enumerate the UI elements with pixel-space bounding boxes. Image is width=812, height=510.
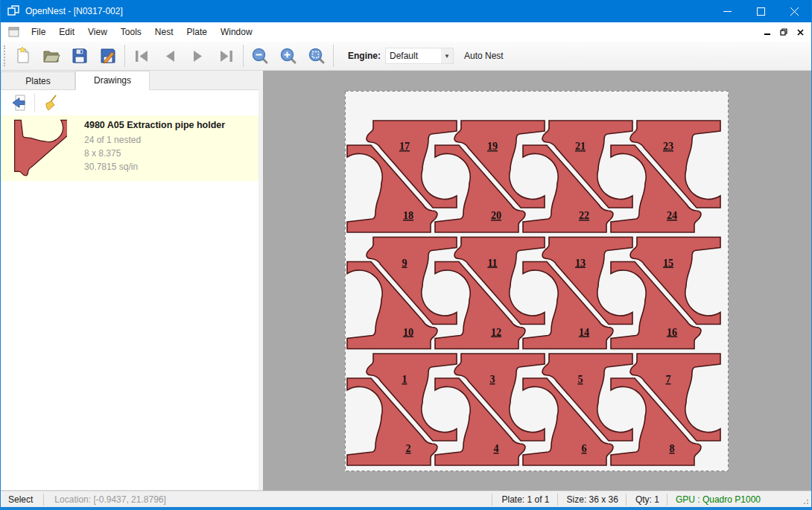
nav-prev-icon: [161, 47, 179, 65]
part-number-label: 6: [582, 443, 587, 454]
engine-label: Engine:: [348, 51, 381, 61]
nest-canvas[interactable]: 171819202122232491011121314151612345678: [263, 71, 811, 491]
part-number-label: 10: [403, 327, 413, 338]
save-icon: [71, 47, 89, 65]
engine-combobox-value: Default: [386, 51, 441, 61]
clear-button[interactable]: [38, 92, 63, 114]
nest-view: 171819202122232491011121314151612345678: [263, 71, 812, 491]
toolbar-separator: [124, 45, 125, 67]
nav-first-button[interactable]: [127, 44, 156, 68]
part-number-label: 5: [578, 374, 583, 385]
broom-icon: [42, 94, 60, 112]
status-location: Location: [-0.9437, 21.8796]: [44, 494, 176, 505]
part-number-label: 21: [575, 141, 586, 152]
part-number-label: 3: [490, 374, 495, 385]
part-number-label: 4: [494, 443, 499, 454]
minimize-icon: [723, 7, 732, 16]
save-edit-button[interactable]: [94, 44, 122, 68]
sidebar-tabs: Plates Drawings: [1, 71, 263, 90]
status-plate: Plate: 1 of 1: [492, 494, 556, 505]
part-number-label: 17: [399, 141, 410, 152]
main-toolbar: Engine: Default ▼ Auto Nest: [1, 42, 811, 71]
menu-view[interactable]: View: [81, 23, 114, 41]
return-arrow-icon: [10, 94, 28, 112]
nav-last-icon: [218, 47, 235, 65]
zoom-in-icon: [279, 47, 297, 65]
menu-window[interactable]: Window: [214, 23, 259, 41]
part-number-label: 14: [579, 327, 589, 338]
part-number-label: 15: [663, 258, 673, 269]
nav-prev-button[interactable]: [156, 44, 184, 68]
status-gpu: GPU : Quadro P1000: [667, 494, 799, 505]
drawing-size: 8 x 8.375: [84, 147, 225, 160]
mdi-close-button[interactable]: [795, 27, 805, 37]
mdi-restore-icon: [780, 28, 787, 36]
toolbar-separator: [243, 45, 244, 67]
window-bottom-border: [1, 507, 811, 510]
auto-nest-button[interactable]: Auto Nest: [464, 51, 504, 61]
engine-combobox[interactable]: Default ▼: [385, 48, 454, 64]
menu-plate[interactable]: Plate: [180, 23, 214, 41]
part-number-label: 2: [406, 443, 411, 454]
close-button[interactable]: [778, 0, 811, 22]
mdi-document-icon: [8, 26, 20, 38]
part-number-label: 20: [491, 210, 501, 221]
status-mode: Select: [1, 494, 43, 505]
menu-tools[interactable]: Tools: [114, 23, 148, 41]
drawings-toolbar: [1, 90, 263, 115]
drawing-list-item[interactable]: 4980 A05 Extraction pipe holder 24 of 1 …: [1, 115, 263, 181]
toolbar-separator: [333, 45, 334, 67]
menu-edit[interactable]: Edit: [52, 23, 81, 41]
open-file-icon: [42, 47, 60, 65]
status-bar: Select Location: [-0.9437, 21.8796] Plat…: [1, 491, 811, 507]
menu-bar: File Edit View Tools Nest Plate Window: [1, 22, 811, 42]
drawing-thumbnail: [1, 115, 75, 181]
part-number-label: 12: [491, 327, 501, 338]
new-file-icon: [14, 47, 32, 65]
mdi-minimize-button[interactable]: [762, 27, 773, 37]
engine-combobox-arrow[interactable]: ▼: [441, 48, 453, 63]
app-icon: [7, 5, 19, 17]
minimize-button[interactable]: [711, 0, 744, 22]
part-number-label: 7: [666, 374, 671, 385]
open-file-button[interactable]: [37, 44, 66, 68]
part-number-label: 8: [670, 443, 675, 454]
zoom-out-icon: [251, 47, 269, 65]
zoom-fit-icon: [308, 47, 326, 65]
menu-nest[interactable]: Nest: [148, 23, 180, 41]
new-file-button[interactable]: [9, 44, 37, 68]
nav-next-button[interactable]: [184, 44, 212, 68]
part-number-label: 13: [575, 258, 586, 269]
return-button[interactable]: [6, 92, 31, 114]
tab-plates[interactable]: Plates: [1, 71, 75, 89]
part-number-label: 9: [402, 258, 407, 269]
nav-first-icon: [133, 47, 150, 65]
zoom-out-button[interactable]: [246, 44, 274, 68]
maximize-icon: [757, 7, 765, 16]
menu-file[interactable]: File: [25, 23, 52, 41]
drawings-toolbar-separator: [34, 93, 35, 112]
mdi-close-icon: [797, 29, 804, 36]
resize-grip[interactable]: [799, 494, 810, 506]
zoom-fit-button[interactable]: [302, 44, 331, 68]
part-number-label: 16: [667, 327, 677, 338]
maximize-button[interactable]: [744, 0, 778, 22]
save-button[interactable]: [66, 44, 94, 68]
window-title: OpenNest - [N0317-002]: [25, 6, 123, 16]
drawing-title: 4980 A05 Extraction pipe holder: [84, 120, 225, 130]
nav-last-button[interactable]: [212, 44, 241, 68]
close-icon: [790, 7, 799, 16]
part-number-label: 11: [487, 258, 497, 269]
drawing-nested-count: 24 of 1 nested: [84, 133, 225, 147]
tab-drawings[interactable]: Drawings: [75, 71, 150, 90]
sidebar-panel: Plates Drawings: [1, 71, 263, 491]
part-number-label: 18: [403, 210, 413, 221]
part-number-label: 23: [663, 141, 673, 152]
part-number-label: 22: [579, 210, 589, 221]
zoom-in-button[interactable]: [274, 44, 302, 68]
status-qty: Qty: 1: [627, 494, 667, 505]
part-number-label: 1: [402, 374, 407, 385]
toolbar-grip[interactable]: [4, 45, 9, 66]
drawing-area: 30.7815 sq/in: [84, 160, 225, 173]
mdi-restore-button[interactable]: [778, 27, 789, 37]
